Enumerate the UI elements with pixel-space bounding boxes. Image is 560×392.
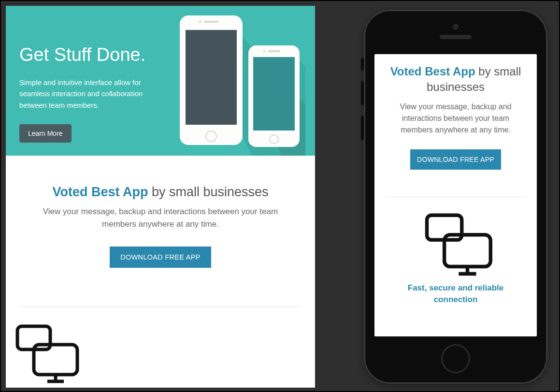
svg-rect-2 <box>180 15 243 145</box>
mobile-preview-screen: Voted Best App by small businesses View … <box>374 54 537 336</box>
hero-title: Get Stuff Done. <box>19 44 302 65</box>
svg-point-4 <box>206 131 216 142</box>
phone-earpiece <box>440 35 472 39</box>
hero-section: Get Stuff Done. Simple and intuitive int… <box>6 6 315 156</box>
svg-point-6 <box>199 21 201 23</box>
svg-rect-5 <box>204 21 218 23</box>
phone-side-button <box>361 116 364 140</box>
feature-title-mobile: Fast, secure and reliable connection <box>374 279 537 305</box>
svg-rect-8 <box>253 57 295 131</box>
phone-mute-switch <box>361 58 364 71</box>
voted-heading-mobile: Voted Best App by small businesses <box>385 64 526 95</box>
voted-subtitle-mobile: View your message, backup and interactio… <box>385 101 526 136</box>
download-app-button-mobile[interactable]: DOWNLOAD FREE APP <box>410 149 501 170</box>
learn-more-button[interactable]: Learn More <box>19 124 72 143</box>
voted-heading-accent-mobile: Voted Best App <box>390 65 475 78</box>
phone-home-button[interactable] <box>441 344 470 373</box>
svg-marker-1 <box>246 51 305 156</box>
phone-camera <box>453 24 459 29</box>
computers-icon <box>6 323 83 386</box>
voted-section-mobile: Voted Best App by small businesses View … <box>374 54 537 179</box>
hero-subtitle: Simple and intuitive interface allow for… <box>19 77 164 111</box>
desktop-preview-pane: Get Stuff Done. Simple and intuitive int… <box>6 6 315 388</box>
svg-point-9 <box>270 135 278 144</box>
download-app-button[interactable]: DOWNLOAD FREE APP <box>110 247 211 268</box>
section-divider <box>20 306 301 307</box>
mobile-device-frame: Voted Best App by small businesses View … <box>364 10 547 384</box>
hero-phones-illustration <box>160 13 305 156</box>
voted-section: Voted Best App by small businesses View … <box>6 156 315 282</box>
voted-heading: Voted Best App by small businesses <box>20 185 301 200</box>
voted-heading-accent: Voted Best App <box>52 185 148 199</box>
voted-subtitle: View your message, backup and interactio… <box>35 205 286 230</box>
computers-icon-mobile <box>415 212 497 279</box>
voted-heading-rest: by small businesses <box>148 185 268 199</box>
section-divider-mobile <box>385 197 526 197</box>
